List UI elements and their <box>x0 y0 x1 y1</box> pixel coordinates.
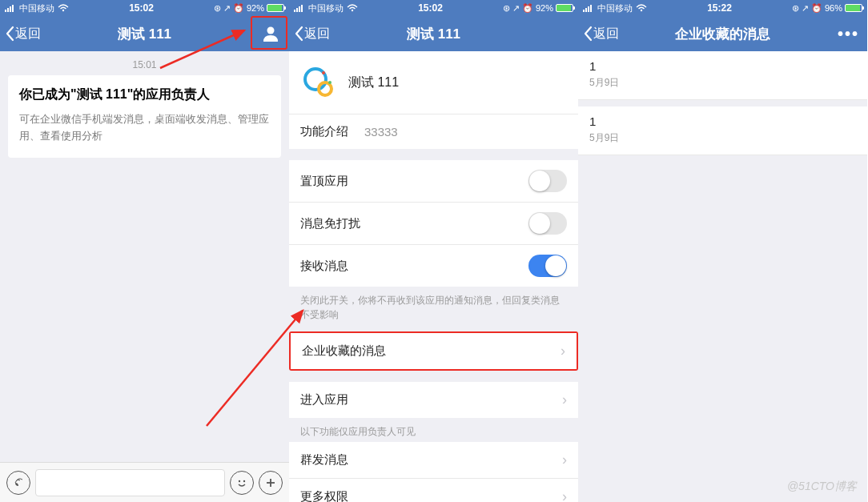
svg-rect-11 <box>296 8 298 12</box>
back-button[interactable]: 返回 <box>294 26 330 42</box>
annotation-highlight-icon <box>251 16 287 50</box>
app-profile-row: 测试 111 <box>289 51 578 114</box>
rotation-lock-icon: ⊛ <box>503 3 510 14</box>
location-icon: ↗ <box>802 3 809 14</box>
carrier-label: 中国移动 <box>19 2 54 14</box>
carrier-label: 中国移动 <box>597 2 633 14</box>
cell-receive[interactable]: 接收消息 <box>289 245 578 287</box>
cell-dnd[interactable]: 消息免打扰 <box>289 203 578 245</box>
admin-note: 以下功能仅应用负责人可见 <box>289 418 578 442</box>
rotation-lock-icon: ⊛ <box>214 3 221 14</box>
favorite-date: 5月9日 <box>589 131 856 145</box>
screen-favorites: 中国移动 15:22 ⊛ ↗ ⏰ 96% 返回 企业收藏的消息 ••• 1 5月… <box>578 0 867 502</box>
battery-percent: 92% <box>247 3 264 13</box>
annotation-highlight-favorites: 企业收藏的消息 › <box>289 331 578 371</box>
nav-title: 测试 111 <box>0 25 289 43</box>
toggle-pin[interactable] <box>528 170 567 192</box>
battery-percent: 92% <box>536 3 553 13</box>
favorite-item[interactable]: 1 5月9日 <box>578 106 867 155</box>
settings-content: 测试 111 功能介绍 33333 置顶应用 消息免打扰 接收消息 关闭此开关，… <box>289 51 578 502</box>
emoji-button[interactable] <box>230 471 254 495</box>
svg-point-7 <box>243 480 245 481</box>
status-bar: 中国移动 15:22 ⊛ ↗ ⏰ 96% <box>578 0 867 16</box>
toggle-dnd[interactable] <box>528 212 567 235</box>
cell-label: 进入应用 <box>300 392 348 408</box>
screen-chat: 中国移动 15:02 ⊛ ↗ ⏰ 92% 返回 测试 111 15:01 你已成… <box>0 0 289 502</box>
watermark-label: @51CTO博客 <box>787 480 857 494</box>
chevron-right-icon: › <box>562 452 567 468</box>
alarm-icon: ⏰ <box>811 3 822 14</box>
svg-rect-0 <box>5 10 6 12</box>
app-name-label: 测试 111 <box>348 74 399 91</box>
svg-point-23 <box>641 10 642 11</box>
message-body: 可在企业微信手机端发消息，桌面端收发消息、管理应用、查看使用分析 <box>19 111 270 145</box>
favorite-date: 5月9日 <box>589 76 856 90</box>
svg-point-18 <box>328 81 332 84</box>
status-time: 15:22 <box>647 2 792 14</box>
back-label: 返回 <box>15 26 41 42</box>
wifi-icon <box>636 4 647 12</box>
cell-more-permissions[interactable]: 更多权限 › <box>289 479 578 502</box>
chat-input-bar <box>0 462 289 502</box>
voice-button[interactable] <box>6 471 30 495</box>
svg-point-4 <box>62 10 64 11</box>
status-time: 15:02 <box>358 2 503 14</box>
alarm-icon: ⏰ <box>522 3 533 14</box>
back-button[interactable]: 返回 <box>5 26 41 42</box>
svg-rect-1 <box>7 8 9 12</box>
signal-icon <box>583 4 594 12</box>
svg-rect-22 <box>590 5 592 12</box>
intro-key: 功能介绍 <box>300 124 364 139</box>
back-label: 返回 <box>593 26 619 42</box>
back-label: 返回 <box>304 26 330 42</box>
svg-rect-10 <box>294 10 295 12</box>
system-message-card[interactable]: 你已成为"测试 111"的应用负责人 可在企业微信手机端发消息，桌面端收发消息、… <box>8 75 281 158</box>
cell-broadcast[interactable]: 群发消息 › <box>289 442 578 479</box>
svg-rect-19 <box>583 10 585 12</box>
cell-label: 置顶应用 <box>300 174 348 189</box>
nav-bar: 返回 企业收藏的消息 ••• <box>578 16 867 51</box>
location-icon: ↗ <box>223 3 231 14</box>
carrier-label: 中国移动 <box>308 2 344 14</box>
chat-text-input[interactable] <box>35 469 225 496</box>
app-logo-icon <box>300 64 337 101</box>
nav-bar: 返回 测试 111 <box>0 16 289 51</box>
screen-app-settings: 中国移动 15:02 ⊛ ↗ ⏰ 92% 返回 测试 111 测试 111 功能… <box>289 0 578 502</box>
signal-icon <box>294 4 305 12</box>
nav-title: 测试 111 <box>289 25 578 43</box>
wifi-icon <box>58 4 69 12</box>
wifi-icon <box>347 4 358 12</box>
signal-icon <box>5 4 16 12</box>
battery-icon <box>267 4 284 12</box>
cell-label: 消息免打扰 <box>300 216 360 231</box>
svg-rect-21 <box>588 6 589 12</box>
receive-note: 关闭此开关，你将不再收到该应用的通知消息，但回复类消息不受影响 <box>289 287 578 325</box>
cell-favorites[interactable]: 企业收藏的消息 › <box>291 333 577 369</box>
svg-rect-13 <box>301 5 303 12</box>
favorite-title: 1 <box>589 114 856 128</box>
svg-point-6 <box>239 480 240 481</box>
status-time: 15:02 <box>69 2 214 14</box>
ellipsis-icon: ••• <box>838 25 859 43</box>
chat-content: 15:01 你已成为"测试 111"的应用负责人 可在企业微信手机端发消息，桌面… <box>0 51 289 462</box>
location-icon: ↗ <box>512 3 520 14</box>
favorite-title: 1 <box>589 59 856 73</box>
add-button[interactable] <box>259 471 283 495</box>
cell-enter-app[interactable]: 进入应用 › <box>289 382 578 418</box>
svg-point-17 <box>322 71 325 74</box>
svg-rect-20 <box>585 8 587 12</box>
back-button[interactable]: 返回 <box>583 26 619 42</box>
cell-label: 更多权限 <box>300 489 348 502</box>
status-bar: 中国移动 15:02 ⊛ ↗ ⏰ 92% <box>0 0 289 16</box>
cell-pin-app[interactable]: 置顶应用 <box>289 160 578 203</box>
intro-row: 功能介绍 33333 <box>289 114 578 149</box>
message-timestamp: 15:01 <box>0 51 289 75</box>
chevron-right-icon: › <box>562 488 567 502</box>
message-title: 你已成为"测试 111"的应用负责人 <box>19 86 270 103</box>
toggle-receive[interactable] <box>528 255 567 277</box>
chevron-right-icon: › <box>562 392 567 408</box>
more-button[interactable]: ••• <box>838 25 862 43</box>
favorite-item[interactable]: 1 5月9日 <box>578 51 867 100</box>
intro-value: 33333 <box>364 125 398 139</box>
nav-bar: 返回 测试 111 <box>289 16 578 51</box>
